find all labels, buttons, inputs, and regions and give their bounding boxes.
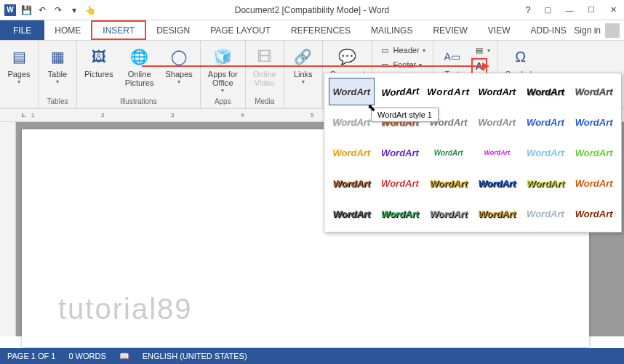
chevron-down-icon: ▾ [56, 78, 59, 85]
media-label: Media [249, 97, 281, 107]
tab-design[interactable]: DESIGN [146, 20, 200, 40]
ribbon-options-icon[interactable]: ▢ [537, 2, 559, 18]
header-button[interactable]: ▭ Header ▾ [377, 44, 428, 57]
wordart-style-27[interactable]: WordArt [425, 200, 471, 227]
mouse-cursor-icon: ⬉ [367, 102, 376, 113]
wordart-style-28[interactable]: WordArt [474, 200, 520, 227]
group-tables: ▦ Table ▾ Tables [39, 41, 77, 108]
wordart-style-21[interactable]: WordArt [425, 169, 471, 197]
quick-parts-icon: ▤ [474, 45, 484, 55]
chevron-down-icon: ▾ [423, 47, 425, 54]
word-app-icon: W [4, 4, 16, 16]
tab-view[interactable]: VIEW [478, 20, 521, 40]
qat-customize-icon[interactable]: ▾ [68, 4, 80, 16]
wordart-style-13[interactable]: WordArt [329, 139, 375, 166]
status-language[interactable]: ENGLISH (UNITED STATES) [143, 352, 247, 360]
redo-icon[interactable]: ↷ [52, 4, 64, 16]
symbol-icon: Ω [509, 45, 532, 68]
wordart-style-24[interactable]: WordArt [571, 169, 617, 197]
tab-insert[interactable]: INSERT [91, 20, 146, 40]
tab-mailings[interactable]: MAILINGS [361, 20, 423, 40]
tab-page-layout[interactable]: PAGE LAYOUT [200, 20, 281, 40]
tab-review[interactable]: REVIEW [423, 20, 477, 40]
wordart-style-11[interactable]: WordArt [523, 108, 569, 136]
wordart-style-14[interactable]: WordArt [377, 139, 423, 166]
minimize-button[interactable]: — [559, 2, 580, 18]
pictures-icon: 🖼 [87, 45, 111, 68]
group-apps: 🧊 Apps for Office ▾ Apps [201, 41, 246, 108]
watermark: tutorial89 [58, 293, 193, 325]
save-icon[interactable]: 💾 [20, 4, 32, 16]
footer-button[interactable]: ▭ Footer ▾ [377, 58, 428, 71]
table-button[interactable]: ▦ Table ▾ [41, 42, 73, 88]
close-button[interactable]: ✕ [602, 2, 624, 18]
header-icon: ▭ [380, 45, 390, 55]
pictures-button[interactable]: 🖼 Pictures [80, 42, 118, 81]
wordart-style-19[interactable]: WordArt [329, 169, 375, 197]
chevron-down-icon: ▾ [221, 87, 224, 94]
wordart-style-2[interactable]: WordArt [377, 76, 423, 106]
sign-in[interactable]: Sign in [574, 20, 620, 41]
group-pages: ▤ Pages ▾ [0, 41, 39, 108]
annotation-arrow [142, 65, 484, 67]
chevron-down-icon: ▾ [17, 78, 20, 85]
wordart-style-23[interactable]: WordArt [523, 169, 569, 197]
ribbon-tabs: FILE HOME INSERT DESIGN PAGE LAYOUT REFE… [0, 20, 624, 41]
table-icon: ▦ [46, 45, 69, 68]
group-links: 🔗 Links ▾ [284, 41, 323, 108]
titlebar: W 💾 ↶ ↷ ▾ 👆 Document2 [Compatibility Mod… [0, 0, 624, 20]
wordart-style-20[interactable]: WordArt [377, 169, 423, 197]
wordart-style-12[interactable]: WordArt [571, 108, 617, 136]
apps-office-button[interactable]: 🧊 Apps for Office ▾ [204, 42, 242, 97]
wordart-style-25[interactable]: WordArt [329, 200, 375, 227]
wordart-tooltip: WordArt style 1 [371, 108, 439, 122]
tab-addins[interactable]: ADD-INS [520, 20, 576, 40]
pages-icon: ▤ [7, 45, 31, 68]
avatar-icon [605, 23, 620, 38]
undo-icon[interactable]: ↶ [36, 4, 48, 16]
statusbar: PAGE 1 OF 1 0 WORDS 📖 ENGLISH (UNITED ST… [0, 348, 624, 364]
group-media: 🎞 Online Video Media [246, 41, 284, 108]
help-icon[interactable]: ? [519, 2, 537, 18]
wordart-style-10[interactable]: WordArt [474, 108, 520, 136]
ruler-label: L [22, 112, 25, 118]
pages-button[interactable]: ▤ Pages ▾ [3, 42, 35, 88]
tab-references[interactable]: REFERENCES [281, 20, 361, 40]
wordart-style-29[interactable]: WordArt [523, 200, 569, 227]
status-words[interactable]: 0 WORDS [68, 352, 105, 360]
wordart-style-18[interactable]: WordArt [571, 139, 617, 166]
chevron-down-icon: ▾ [177, 78, 180, 85]
book-icon: 📖 [119, 352, 129, 361]
wordart-style-22[interactable]: WordArt [474, 169, 520, 197]
tab-home[interactable]: HOME [44, 20, 91, 40]
status-proofing[interactable]: 📖 [119, 352, 129, 361]
wordart-style-15[interactable]: WordArt [425, 139, 471, 166]
sign-in-label: Sign in [574, 25, 601, 36]
touch-mode-icon[interactable]: 👆 [84, 4, 96, 16]
illustrations-label: Illustrations [80, 97, 197, 107]
apps-label: Apps [204, 97, 242, 107]
chevron-down-icon: ▾ [302, 78, 305, 85]
group-illustrations: 🖼 Pictures 🌐 Online Pictures ◯ Shapes ▾ … [77, 41, 201, 108]
maximize-button[interactable]: ☐ [580, 2, 602, 18]
wordart-style-26[interactable]: WordArt [377, 200, 423, 227]
wordart-style-16[interactable]: WordArt [474, 139, 520, 166]
chevron-down-icon: ▾ [419, 62, 422, 68]
window-title: Document2 [Compatibility Mode] - Word [235, 5, 390, 15]
wordart-style-5[interactable]: WordArt [523, 78, 569, 105]
wordart-style-3[interactable]: WordArt [425, 78, 471, 105]
wordart-style-6[interactable]: WordArt [571, 78, 617, 105]
status-page[interactable]: PAGE 1 OF 1 [7, 352, 55, 360]
tab-file[interactable]: FILE [0, 20, 44, 40]
wordart-gallery: WordArtWordArtWordArtWordArtWordArtWordA… [324, 73, 622, 232]
wordart-style-30[interactable]: WordArt [571, 200, 617, 227]
vertical-ruler[interactable] [0, 122, 16, 336]
quick-parts-button[interactable]: ▤▾ [471, 44, 493, 57]
wordart-style-17[interactable]: WordArt [523, 139, 569, 166]
tables-label: Tables [41, 97, 73, 107]
wordart-style-4[interactable]: WordArt [474, 78, 520, 105]
footer-icon: ▭ [380, 60, 390, 70]
